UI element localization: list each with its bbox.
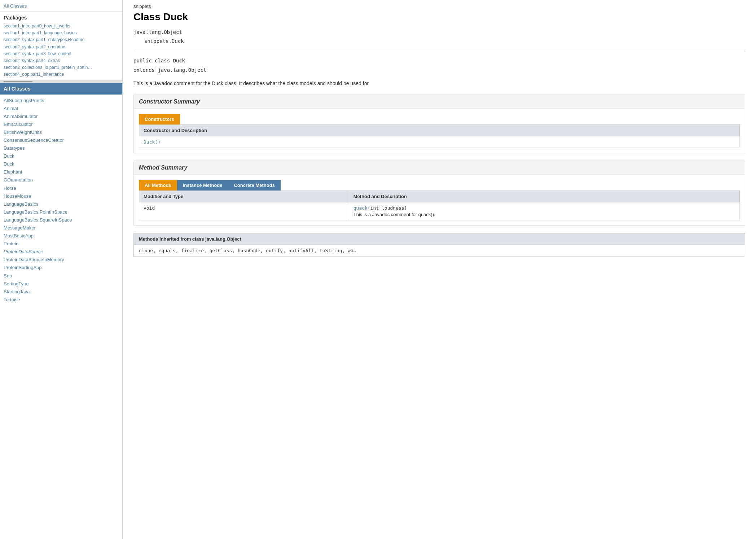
method-description-cell: quack(int loudness)This is a Javadoc com…: [349, 202, 739, 220]
class-list-item[interactable]: Elephant: [4, 168, 119, 176]
constructor-summary: Constructor Summary Constructors Constru…: [133, 95, 745, 153]
class-list-item[interactable]: Duck: [4, 160, 119, 168]
package-list: section1_intro.part0_how_it_workssection…: [4, 23, 119, 78]
inheritance-tree: java.lang.Object snippets.Duck: [133, 28, 745, 46]
method-table: Modifier and TypeMethod and Description …: [139, 190, 740, 220]
class-list-item[interactable]: HouseMouse: [4, 192, 119, 200]
class-signature: public class Duck extends java.lang.Obje…: [133, 56, 745, 74]
method-tab[interactable]: Concrete Methods: [228, 180, 280, 190]
constructor-summary-title: Constructor Summary: [134, 95, 745, 109]
method-summary-inner: All MethodsInstance MethodsConcrete Meth…: [134, 175, 745, 225]
inherited-header: Methods inherited from class java.lang.O…: [133, 233, 745, 245]
class-list: AllSubstringsPrinterAnimalAnimalSimulato…: [0, 95, 122, 539]
packages-section: Packages section1_intro.part0_how_it_wor…: [0, 12, 122, 80]
package-link[interactable]: section3_collections_io.part1_protein_so…: [4, 64, 119, 71]
class-list-item[interactable]: StartingJava: [4, 288, 119, 296]
divider: [133, 51, 745, 51]
method-col-header: Method and Description: [349, 190, 739, 202]
main-content: snippets Class Duck java.lang.Object sni…: [123, 0, 756, 539]
constructor-summary-inner: Constructors Constructor and Description…: [134, 109, 745, 153]
package-link[interactable]: section2_syntax.part4_extras: [4, 57, 119, 64]
class-list-item[interactable]: AllSubstringsPrinter: [4, 97, 119, 105]
class-list-item[interactable]: BritishWeightUnits: [4, 128, 119, 136]
method-desc: This is a Javadoc comment for quack().: [353, 212, 735, 217]
method-summary: Method Summary All MethodsInstance Metho…: [133, 161, 745, 226]
class-list-item[interactable]: ProteinDataSource: [4, 248, 119, 256]
package-link[interactable]: section2_syntax.part3_flow_control: [4, 51, 119, 57]
scrollbar-area: [0, 80, 122, 83]
class-list-item[interactable]: MessageMaker: [4, 224, 119, 232]
class-list-item[interactable]: LanguageBasics.SquareInSpace: [4, 216, 119, 224]
constructor-table: Constructor and Description Duck(): [139, 124, 740, 148]
package-link[interactable]: section2_syntax.part1_datatypes.Readme: [4, 36, 119, 43]
packages-heading: Packages: [4, 15, 119, 21]
sig-prefix: public class: [133, 58, 173, 63]
constructor-tab-bar: Constructors: [139, 114, 740, 124]
class-list-item[interactable]: AnimalSimulator: [4, 113, 119, 120]
class-list-item[interactable]: GOannotation: [4, 176, 119, 184]
class-list-item[interactable]: MostBasicApp: [4, 232, 119, 240]
class-list-item[interactable]: SortingType: [4, 280, 119, 288]
method-link[interactable]: quack: [353, 205, 368, 211]
class-list-item[interactable]: Duck: [4, 152, 119, 160]
class-list-item[interactable]: Horse: [4, 184, 119, 192]
class-list-item[interactable]: Protein: [4, 240, 119, 248]
method-col-header: Modifier and Type: [139, 190, 349, 202]
method-modifier: void: [144, 205, 155, 211]
constructors-tab[interactable]: Constructors: [139, 114, 180, 124]
package-link[interactable]: section1_intro.part1_language_basics: [4, 30, 119, 36]
package-link[interactable]: section1_intro.part0_how_it_works: [4, 23, 119, 30]
method-tab[interactable]: Instance Methods: [177, 180, 228, 190]
inherited-section: Methods inherited from class java.lang.O…: [133, 233, 745, 257]
constructor-link[interactable]: Duck(): [144, 139, 161, 145]
class-description: This is a Javadoc comment for the Duck c…: [133, 80, 745, 87]
scrollbar-thumb: [4, 81, 32, 82]
class-list-item[interactable]: LanguageBasics.PointInSpace: [4, 208, 119, 216]
method-tab-bar: All MethodsInstance MethodsConcrete Meth…: [139, 180, 740, 190]
method-tab[interactable]: All Methods: [139, 180, 177, 190]
parent-class: java.lang.Object: [133, 29, 182, 35]
method-modifier-cell: void: [139, 202, 349, 220]
class-list-item[interactable]: ProteinSortingApp: [4, 264, 119, 272]
table-row: Duck(): [139, 136, 740, 148]
class-list-item[interactable]: BmiCalculator: [4, 120, 119, 128]
sig-extends: extends java.lang.Object: [133, 67, 206, 73]
sig-classname: Duck: [173, 58, 185, 63]
class-list-item[interactable]: Animal: [4, 105, 119, 113]
class-list-item[interactable]: ConsensusSequenceCreator: [4, 136, 119, 144]
top-nav: All Classes: [0, 0, 122, 12]
current-class: snippets.Duck: [144, 38, 184, 44]
inherited-body: clone, equals, finalize, getClass, hashC…: [133, 245, 745, 257]
sidebar: All Classes Packages section1_intro.part…: [0, 0, 123, 539]
class-list-item[interactable]: LanguageBasics: [4, 200, 119, 208]
constructor-col-header: Constructor and Description: [139, 124, 740, 136]
all-classes-header-bar: All Classes: [0, 83, 122, 95]
table-row: voidquack(int loudness)This is a Javadoc…: [139, 202, 740, 220]
method-summary-title: Method Summary: [134, 161, 745, 175]
class-list-item[interactable]: Snp: [4, 272, 119, 280]
class-list-item[interactable]: Tortoise: [4, 296, 119, 304]
page-title: Class Duck: [133, 11, 745, 23]
package-link[interactable]: section4_oop.part1_inheritance: [4, 71, 119, 78]
breadcrumb: snippets: [133, 4, 745, 9]
method-params: (int loudness): [368, 205, 407, 211]
package-link[interactable]: section2_syntax.part2_operators: [4, 44, 119, 51]
class-list-item[interactable]: Datatypes: [4, 144, 119, 152]
class-list-item[interactable]: ProteinDataSourceInMemory: [4, 256, 119, 264]
all-classes-link[interactable]: All Classes: [4, 3, 27, 9]
